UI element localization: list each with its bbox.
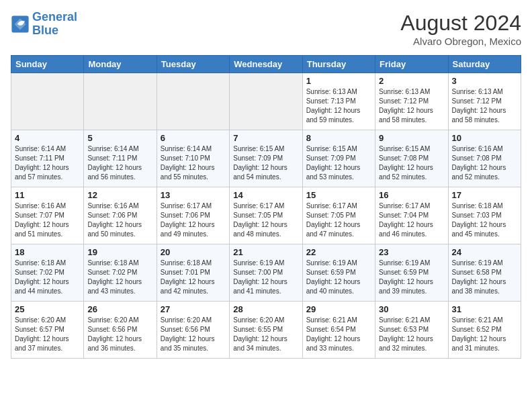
day-info: Sunrise: 6:15 AM Sunset: 7:09 PM Dayligh… — [233, 144, 298, 182]
weekday-header-sunday: Sunday — [11, 56, 84, 73]
day-number: 11 — [15, 190, 80, 200]
calendar-cell: 6Sunrise: 6:14 AM Sunset: 7:10 PM Daylig… — [157, 130, 229, 187]
day-info: Sunrise: 6:20 AM Sunset: 6:56 PM Dayligh… — [87, 316, 152, 353]
calendar-cell — [230, 73, 302, 130]
day-info: Sunrise: 6:13 AM Sunset: 7:12 PM Dayligh… — [452, 87, 517, 125]
day-number: 29 — [306, 304, 371, 314]
day-number: 7 — [233, 133, 298, 143]
day-info: Sunrise: 6:14 AM Sunset: 7:11 PM Dayligh… — [15, 144, 80, 182]
day-number: 2 — [379, 76, 444, 86]
calendar-cell — [11, 73, 84, 130]
day-number: 28 — [233, 304, 298, 314]
calendar-cell: 4Sunrise: 6:14 AM Sunset: 7:11 PM Daylig… — [11, 130, 84, 187]
weekday-header-thursday: Thursday — [302, 56, 375, 73]
day-number: 20 — [161, 247, 226, 257]
day-number: 26 — [87, 304, 152, 314]
weekday-header-wednesday: Wednesday — [230, 56, 302, 73]
calendar-cell: 30Sunrise: 6:21 AM Sunset: 6:53 PM Dayli… — [375, 302, 448, 359]
day-info: Sunrise: 6:19 AM Sunset: 6:58 PM Dayligh… — [452, 259, 517, 296]
day-info: Sunrise: 6:16 AM Sunset: 7:08 PM Dayligh… — [452, 144, 517, 182]
calendar-cell: 8Sunrise: 6:15 AM Sunset: 7:09 PM Daylig… — [302, 130, 375, 187]
day-number: 17 — [452, 190, 517, 200]
calendar-cell: 18Sunrise: 6:18 AM Sunset: 7:02 PM Dayli… — [11, 244, 84, 302]
day-info: Sunrise: 6:14 AM Sunset: 7:11 PM Dayligh… — [87, 144, 152, 182]
day-number: 1 — [306, 76, 371, 86]
day-info: Sunrise: 6:13 AM Sunset: 7:13 PM Dayligh… — [306, 87, 371, 125]
calendar-cell: 15Sunrise: 6:17 AM Sunset: 7:05 PM Dayli… — [302, 187, 375, 244]
day-info: Sunrise: 6:13 AM Sunset: 7:12 PM Dayligh… — [379, 87, 444, 125]
day-number: 4 — [15, 133, 80, 143]
logo-icon — [11, 15, 30, 34]
logo-text: General Blue — [32, 11, 77, 38]
day-number: 3 — [452, 76, 517, 86]
calendar-cell: 22Sunrise: 6:19 AM Sunset: 6:59 PM Dayli… — [302, 244, 375, 302]
calendar-table: SundayMondayTuesdayWednesdayThursdayFrid… — [11, 55, 521, 359]
weekday-header-monday: Monday — [84, 56, 157, 73]
day-number: 21 — [233, 247, 298, 257]
day-number: 30 — [379, 304, 444, 314]
title-block: August 2024 Alvaro Obregon, Mexico — [400, 11, 521, 47]
day-info: Sunrise: 6:19 AM Sunset: 7:00 PM Dayligh… — [233, 259, 298, 296]
day-info: Sunrise: 6:17 AM Sunset: 7:05 PM Dayligh… — [306, 201, 371, 239]
day-number: 31 — [452, 304, 517, 314]
calendar-cell: 5Sunrise: 6:14 AM Sunset: 7:11 PM Daylig… — [84, 130, 157, 187]
day-info: Sunrise: 6:16 AM Sunset: 7:07 PM Dayligh… — [15, 201, 80, 239]
calendar-cell: 28Sunrise: 6:20 AM Sunset: 6:55 PM Dayli… — [230, 302, 302, 359]
month-year: August 2024 — [400, 11, 521, 36]
weekday-header-tuesday: Tuesday — [157, 56, 229, 73]
day-info: Sunrise: 6:21 AM Sunset: 6:54 PM Dayligh… — [306, 316, 371, 353]
day-number: 23 — [379, 247, 444, 257]
calendar-cell: 21Sunrise: 6:19 AM Sunset: 7:00 PM Dayli… — [230, 244, 302, 302]
day-info: Sunrise: 6:20 AM Sunset: 6:55 PM Dayligh… — [233, 316, 298, 353]
day-number: 24 — [452, 247, 517, 257]
calendar-cell: 25Sunrise: 6:20 AM Sunset: 6:57 PM Dayli… — [11, 302, 84, 359]
day-number: 27 — [161, 304, 226, 314]
day-number: 14 — [233, 190, 298, 200]
day-info: Sunrise: 6:15 AM Sunset: 7:08 PM Dayligh… — [379, 144, 444, 182]
day-number: 25 — [15, 304, 80, 314]
day-number: 10 — [452, 133, 517, 143]
day-number: 16 — [379, 190, 444, 200]
weekday-header-friday: Friday — [375, 56, 448, 73]
day-number: 13 — [161, 190, 226, 200]
calendar-cell: 1Sunrise: 6:13 AM Sunset: 7:13 PM Daylig… — [302, 73, 375, 130]
calendar-cell: 26Sunrise: 6:20 AM Sunset: 6:56 PM Dayli… — [84, 302, 157, 359]
day-number: 15 — [306, 190, 371, 200]
day-number: 5 — [87, 133, 152, 143]
day-info: Sunrise: 6:17 AM Sunset: 7:04 PM Dayligh… — [379, 201, 444, 239]
logo: General Blue — [11, 11, 77, 38]
day-info: Sunrise: 6:18 AM Sunset: 7:01 PM Dayligh… — [161, 259, 226, 296]
day-info: Sunrise: 6:21 AM Sunset: 6:53 PM Dayligh… — [379, 316, 444, 353]
calendar-cell: 20Sunrise: 6:18 AM Sunset: 7:01 PM Dayli… — [157, 244, 229, 302]
calendar-cell: 17Sunrise: 6:18 AM Sunset: 7:03 PM Dayli… — [448, 187, 521, 244]
weekday-header-saturday: Saturday — [448, 56, 521, 73]
day-info: Sunrise: 6:17 AM Sunset: 7:06 PM Dayligh… — [161, 201, 226, 239]
day-info: Sunrise: 6:19 AM Sunset: 6:59 PM Dayligh… — [306, 259, 371, 296]
calendar-cell: 12Sunrise: 6:16 AM Sunset: 7:06 PM Dayli… — [84, 187, 157, 244]
calendar-cell: 31Sunrise: 6:21 AM Sunset: 6:52 PM Dayli… — [448, 302, 521, 359]
day-info: Sunrise: 6:20 AM Sunset: 6:57 PM Dayligh… — [15, 316, 80, 353]
calendar-cell: 7Sunrise: 6:15 AM Sunset: 7:09 PM Daylig… — [230, 130, 302, 187]
day-info: Sunrise: 6:19 AM Sunset: 6:59 PM Dayligh… — [379, 259, 444, 296]
calendar-cell: 23Sunrise: 6:19 AM Sunset: 6:59 PM Dayli… — [375, 244, 448, 302]
calendar-cell: 27Sunrise: 6:20 AM Sunset: 6:56 PM Dayli… — [157, 302, 229, 359]
day-number: 18 — [15, 247, 80, 257]
calendar-cell: 10Sunrise: 6:16 AM Sunset: 7:08 PM Dayli… — [448, 130, 521, 187]
day-number: 19 — [87, 247, 152, 257]
day-number: 6 — [161, 133, 226, 143]
calendar-cell — [157, 73, 229, 130]
calendar-cell: 13Sunrise: 6:17 AM Sunset: 7:06 PM Dayli… — [157, 187, 229, 244]
calendar-cell: 24Sunrise: 6:19 AM Sunset: 6:58 PM Dayli… — [448, 244, 521, 302]
day-info: Sunrise: 6:18 AM Sunset: 7:02 PM Dayligh… — [87, 259, 152, 296]
day-info: Sunrise: 6:20 AM Sunset: 6:56 PM Dayligh… — [161, 316, 226, 353]
day-number: 12 — [87, 190, 152, 200]
day-info: Sunrise: 6:18 AM Sunset: 7:02 PM Dayligh… — [15, 259, 80, 296]
day-number: 9 — [379, 133, 444, 143]
calendar-cell: 2Sunrise: 6:13 AM Sunset: 7:12 PM Daylig… — [375, 73, 448, 130]
calendar-cell: 29Sunrise: 6:21 AM Sunset: 6:54 PM Dayli… — [302, 302, 375, 359]
day-info: Sunrise: 6:21 AM Sunset: 6:52 PM Dayligh… — [452, 316, 517, 353]
calendar-cell: 9Sunrise: 6:15 AM Sunset: 7:08 PM Daylig… — [375, 130, 448, 187]
day-info: Sunrise: 6:17 AM Sunset: 7:05 PM Dayligh… — [233, 201, 298, 239]
page-header: General Blue August 2024 Alvaro Obregon,… — [11, 11, 521, 47]
calendar-cell — [84, 73, 157, 130]
